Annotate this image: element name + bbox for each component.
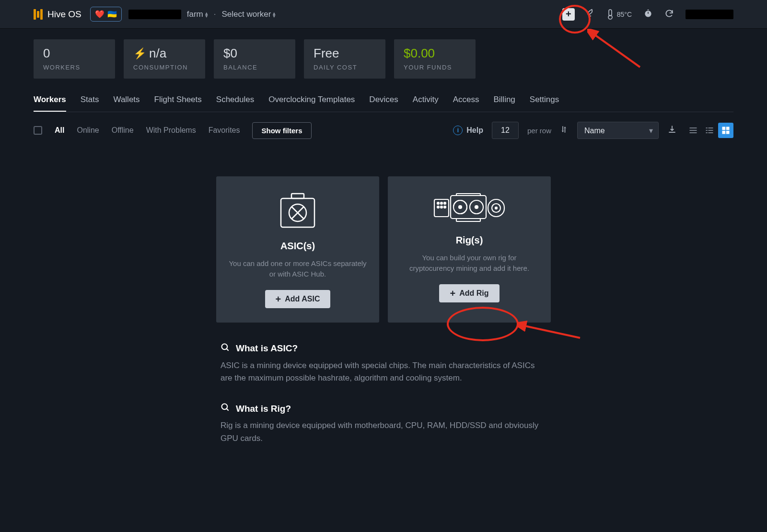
svg-point-27: [441, 206, 442, 208]
view-list-icon[interactable]: [686, 123, 701, 138]
sort-select[interactable]: Name: [577, 122, 659, 139]
plus-icon: +: [450, 290, 455, 297]
tab-devices[interactable]: Devices: [369, 95, 398, 112]
svg-rect-8: [709, 127, 713, 128]
support-ukraine-badge[interactable]: ❤️ 🇺🇦: [90, 7, 122, 22]
timer-icon[interactable]: [643, 9, 653, 20]
stat-daily-cost[interactable]: Free DAILY COST: [304, 39, 385, 79]
stat-consumption[interactable]: ⚡n/a CONSUMPTION: [124, 39, 205, 79]
main-tabs: Workers Stats Wallets Flight Sheets Sche…: [34, 95, 733, 112]
svg-rect-16: [726, 131, 730, 134]
tab-stats[interactable]: Stats: [81, 95, 99, 112]
svg-rect-7: [706, 127, 708, 128]
bolt-icon: ⚡: [133, 47, 146, 60]
svg-point-26: [437, 206, 439, 208]
breadcrumb-farm-selector[interactable]: farm ▴▾: [187, 10, 208, 19]
svg-point-39: [222, 344, 228, 349]
info-rig: What is Rig? Rig is a mining device equi…: [221, 403, 546, 445]
breadcrumb-worker-selector[interactable]: Select worker ▴▾: [221, 10, 276, 19]
stat-balance[interactable]: $0 BALANCE: [214, 39, 295, 79]
breadcrumb: farm ▴▾ · Select worker ▴▾: [128, 10, 276, 19]
thermometer-icon: [607, 9, 613, 20]
rig-icon: [433, 193, 505, 223]
tab-workers[interactable]: Workers: [34, 95, 66, 112]
rig-card-desc: You can build your own rig for cryptocur…: [400, 253, 538, 274]
asic-card: ASIC(s) You can add one or more ASICs se…: [216, 176, 379, 323]
asic-card-desc: You can add one or more ASICs separately…: [229, 258, 367, 279]
svg-line-42: [227, 409, 229, 411]
logo-mark-icon: [34, 9, 43, 20]
redacted-farm-name: [128, 10, 181, 19]
svg-rect-29: [451, 196, 486, 219]
temperature-indicator: 85°C: [607, 9, 632, 20]
svg-point-24: [441, 202, 442, 204]
svg-rect-6: [690, 132, 697, 133]
brand-logo[interactable]: Hive OS: [34, 9, 81, 20]
svg-point-28: [444, 206, 446, 208]
add-asic-button[interactable]: +Add ASIC: [265, 290, 331, 308]
tab-settings[interactable]: Settings: [530, 95, 559, 112]
brand-name: Hive OS: [47, 9, 81, 20]
empty-state-cards: ASIC(s) You can add one or more ASICs se…: [34, 176, 733, 323]
view-grid-icon[interactable]: [718, 123, 733, 138]
svg-point-35: [475, 206, 478, 208]
svg-rect-10: [709, 130, 713, 131]
select-all-checkbox[interactable]: [34, 126, 42, 135]
svg-point-41: [222, 404, 228, 410]
svg-rect-30: [456, 194, 480, 196]
redacted-account: [686, 10, 733, 19]
rig-card: Rig(s) You can build your own rig for cr…: [388, 176, 551, 323]
svg-point-25: [444, 202, 446, 204]
asic-icon: [278, 193, 317, 229]
asic-card-title: ASIC(s): [229, 241, 367, 252]
help-link[interactable]: i Help: [453, 126, 483, 135]
add-rig-button[interactable]: +Add Rig: [439, 284, 499, 302]
svg-rect-5: [690, 130, 697, 131]
rocket-icon[interactable]: [586, 9, 596, 20]
svg-point-38: [495, 207, 497, 209]
svg-rect-11: [706, 132, 708, 133]
download-icon[interactable]: [667, 125, 677, 136]
tab-schedules[interactable]: Schedules: [216, 95, 254, 112]
plus-icon: +: [276, 296, 281, 302]
stat-your-funds[interactable]: $0.00 YOUR FUNDS: [394, 39, 476, 79]
refresh-icon[interactable]: [664, 9, 674, 20]
tab-billing[interactable]: Billing: [493, 95, 515, 112]
per-row-input[interactable]: [492, 122, 519, 139]
tab-flight-sheets[interactable]: Flight Sheets: [154, 95, 202, 112]
svg-rect-4: [690, 127, 697, 128]
svg-rect-14: [726, 127, 730, 130]
filter-online[interactable]: Online: [77, 126, 99, 135]
tab-access[interactable]: Access: [453, 95, 479, 112]
sort-direction-button[interactable]: [560, 125, 569, 136]
svg-rect-9: [706, 130, 708, 131]
filter-all[interactable]: All: [55, 126, 64, 135]
search-icon: [221, 403, 230, 415]
tab-wallets[interactable]: Wallets: [113, 95, 139, 112]
farm-stats-row: 0 WORKERS ⚡n/a CONSUMPTION $0 BALANCE Fr…: [34, 29, 733, 79]
svg-rect-3: [647, 9, 649, 10]
info-asic: What is ASIC? ASIC is a mining device eq…: [221, 343, 546, 385]
svg-line-40: [227, 348, 229, 350]
svg-point-33: [459, 206, 462, 208]
rig-card-title: Rig(s): [400, 235, 538, 246]
view-detailed-list-icon[interactable]: [702, 123, 717, 138]
filter-offline[interactable]: Offline: [112, 126, 134, 135]
svg-rect-0: [609, 10, 612, 16]
svg-rect-17: [291, 194, 304, 198]
show-filters-button[interactable]: Show filters: [252, 122, 311, 139]
search-icon: [221, 343, 230, 355]
filters-row: All Online Offline With Problems Favorit…: [34, 122, 733, 139]
add-worker-button[interactable]: +: [562, 8, 575, 21]
svg-rect-13: [722, 127, 726, 130]
tab-activity[interactable]: Activity: [413, 95, 439, 112]
heart-icon: ❤️: [95, 10, 105, 19]
filter-with-problems[interactable]: With Problems: [146, 126, 196, 135]
stat-workers[interactable]: 0 WORKERS: [34, 39, 115, 79]
svg-rect-31: [456, 219, 480, 221]
filter-favorites[interactable]: Favorites: [209, 126, 240, 135]
svg-point-23: [437, 202, 439, 204]
svg-rect-12: [709, 132, 713, 133]
svg-rect-15: [722, 131, 726, 134]
tab-overclocking-templates[interactable]: Overclocking Templates: [268, 95, 355, 112]
